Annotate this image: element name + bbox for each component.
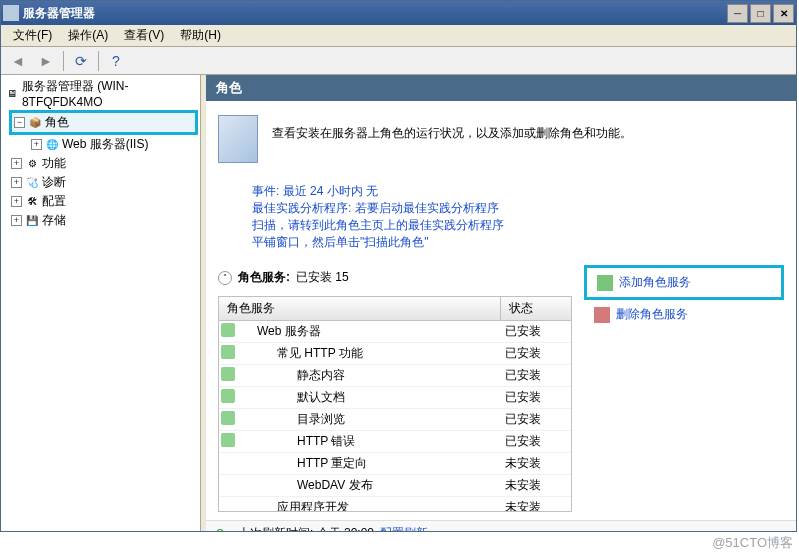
- service-status: 已安装: [501, 387, 571, 408]
- table-row[interactable]: 常见 HTTP 功能已安装: [219, 343, 571, 365]
- configure-refresh-link[interactable]: 配置刷新: [380, 525, 428, 531]
- remove-icon: [594, 307, 610, 323]
- last-refresh-label: 上次刷新时间: 今天 20:00: [238, 525, 374, 531]
- nav-forward-button[interactable]: ►: [35, 50, 57, 72]
- table-body[interactable]: Web 服务器已安装常见 HTTP 功能已安装静态内容已安装默认文档已安装目录浏…: [219, 321, 571, 511]
- role-services-count: 已安装 15: [296, 269, 349, 286]
- main-header: 角色: [206, 75, 796, 101]
- menu-action[interactable]: 操作(A): [60, 25, 116, 46]
- footer-bar: ⟳ 上次刷新时间: 今天 20:00 配置刷新: [206, 520, 796, 531]
- th-status[interactable]: 状态: [501, 297, 571, 320]
- expander-icon[interactable]: −: [14, 117, 25, 128]
- table-header: 角色服务 状态: [219, 297, 571, 321]
- web-icon: 🌐: [44, 138, 60, 152]
- tree-root[interactable]: 🖥 服务器管理器 (WIN-8TFQFDK4MO: [3, 77, 198, 110]
- menubar: 文件(F) 操作(A) 查看(V) 帮助(H): [1, 25, 796, 47]
- best-practice-link[interactable]: 最佳实践分析程序: 若要启动最佳实践分析程序 扫描，请转到此角色主页上的最佳实践…: [252, 200, 784, 251]
- service-status-icon: [219, 431, 237, 452]
- expander-icon[interactable]: +: [11, 158, 22, 169]
- service-status: 已安装: [501, 343, 571, 364]
- add-icon: [597, 275, 613, 291]
- service-status: 已安装: [501, 431, 571, 452]
- tree-root-label: 服务器管理器 (WIN-8TFQFDK4MO: [22, 78, 196, 109]
- tree-iis-label: Web 服务器(IIS): [62, 136, 148, 153]
- tree-iis[interactable]: + 🌐 Web 服务器(IIS): [29, 135, 198, 154]
- roles-icon: 📦: [27, 116, 43, 130]
- role-services-header[interactable]: ˄ 角色服务: 已安装 15: [218, 265, 572, 290]
- tree-diagnostics[interactable]: + 🩺 诊断: [9, 173, 198, 192]
- expander-icon[interactable]: +: [11, 215, 22, 226]
- service-name: HTTP 错误: [237, 431, 501, 452]
- service-status: 已安装: [501, 321, 571, 342]
- th-name[interactable]: 角色服务: [219, 297, 501, 320]
- service-name: HTTP 重定向: [237, 453, 501, 474]
- refresh-button[interactable]: ⟳: [70, 50, 92, 72]
- table-row[interactable]: Web 服务器已安装: [219, 321, 571, 343]
- toolbar-separator: [98, 51, 99, 71]
- window-frame: 服务器管理器 ─ □ ✕ 文件(F) 操作(A) 查看(V) 帮助(H) ◄ ►…: [0, 0, 797, 532]
- service-status-icon: [219, 321, 237, 342]
- tree-roles[interactable]: − 📦 角色: [9, 110, 198, 135]
- table-row[interactable]: 默认文档已安装: [219, 387, 571, 409]
- sidebar-tree[interactable]: 🖥 服务器管理器 (WIN-8TFQFDK4MO − 📦 角色 + 🌐 Web …: [1, 75, 201, 531]
- refresh-icon: ⟳: [216, 526, 232, 532]
- summary-section: 查看安装在服务器上角色的运行状况，以及添加或删除角色和功能。: [206, 101, 796, 177]
- menu-view[interactable]: 查看(V): [116, 25, 172, 46]
- help-button[interactable]: ?: [105, 50, 127, 72]
- table-row[interactable]: HTTP 错误已安装: [219, 431, 571, 453]
- diagnostics-icon: 🩺: [24, 176, 40, 190]
- table-row[interactable]: 目录浏览已安装: [219, 409, 571, 431]
- service-status-icon: [219, 387, 237, 408]
- menu-help[interactable]: 帮助(H): [172, 25, 229, 46]
- actions-column: 添加角色服务 删除角色服务: [584, 265, 784, 512]
- table-row[interactable]: 应用程序开发未安装: [219, 497, 571, 511]
- service-status-icon: [219, 343, 237, 364]
- storage-icon: 💾: [24, 214, 40, 228]
- service-status-icon: [219, 497, 237, 511]
- nav-back-button[interactable]: ◄: [7, 50, 29, 72]
- service-status: 未安装: [501, 453, 571, 474]
- tree-configuration[interactable]: + 🛠 配置: [9, 192, 198, 211]
- minimize-button[interactable]: ─: [727, 4, 748, 23]
- table-row[interactable]: WebDAV 发布未安装: [219, 475, 571, 497]
- roles-large-icon: [218, 115, 258, 163]
- service-name: 常见 HTTP 功能: [237, 343, 501, 364]
- events-line1: 事件: 最近 24 小时内 无: [252, 183, 784, 200]
- table-row[interactable]: 静态内容已安装: [219, 365, 571, 387]
- tree-storage[interactable]: + 💾 存储: [9, 211, 198, 230]
- remove-role-service-link[interactable]: 删除角色服务: [584, 300, 784, 329]
- watermark: @51CTO博客: [712, 534, 793, 552]
- tree-storage-label: 存储: [42, 212, 66, 229]
- maximize-button[interactable]: □: [750, 4, 771, 23]
- role-services-table: 角色服务 状态 Web 服务器已安装常见 HTTP 功能已安装静态内容已安装默认…: [218, 296, 572, 512]
- tree-diagnostics-label: 诊断: [42, 174, 66, 191]
- service-name: 目录浏览: [237, 409, 501, 430]
- chevron-up-icon[interactable]: ˄: [218, 271, 232, 285]
- service-status: 未安装: [501, 497, 571, 511]
- service-name: Web 服务器: [237, 321, 501, 342]
- server-icon: 🖥: [5, 87, 20, 101]
- service-status: 已安装: [501, 365, 571, 386]
- titlebar[interactable]: 服务器管理器 ─ □ ✕: [1, 1, 796, 25]
- tree-features[interactable]: + ⚙ 功能: [9, 154, 198, 173]
- close-button[interactable]: ✕: [773, 4, 794, 23]
- role-services-section: ˄ 角色服务: 已安装 15 角色服务 状态 Web 服务器已安装常见 HTTP…: [206, 257, 796, 520]
- app-icon: [3, 5, 19, 21]
- table-row[interactable]: HTTP 重定向未安装: [219, 453, 571, 475]
- expander-icon[interactable]: +: [11, 196, 22, 207]
- service-status-icon: [219, 475, 237, 496]
- service-status: 已安装: [501, 409, 571, 430]
- service-status-icon: [219, 453, 237, 474]
- expander-icon[interactable]: +: [11, 177, 22, 188]
- main-panel: 角色 查看安装在服务器上角色的运行状况，以及添加或删除角色和功能。 事件: 最近…: [206, 75, 796, 531]
- service-name: 默认文档: [237, 387, 501, 408]
- expander-icon[interactable]: +: [31, 139, 42, 150]
- service-name: 应用程序开发: [237, 497, 501, 511]
- config-icon: 🛠: [24, 195, 40, 209]
- tree-config-label: 配置: [42, 193, 66, 210]
- add-role-service-link[interactable]: 添加角色服务: [584, 265, 784, 300]
- tree-features-label: 功能: [42, 155, 66, 172]
- service-status-icon: [219, 409, 237, 430]
- service-name: 静态内容: [237, 365, 501, 386]
- menu-file[interactable]: 文件(F): [5, 25, 60, 46]
